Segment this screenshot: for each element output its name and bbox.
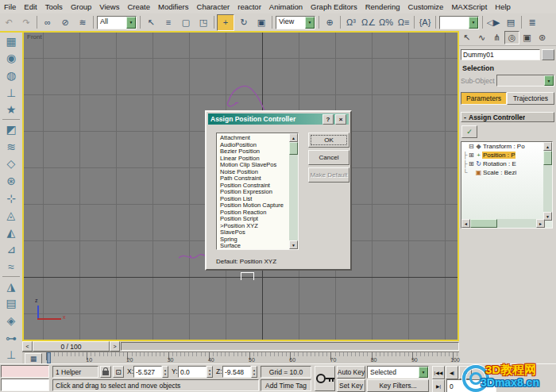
controller-tree-row[interactable]: └▣Scale : Bezi [461, 168, 552, 177]
scroll-down-icon[interactable]: ▼ [289, 240, 298, 249]
maxscript-mini-listener-macro[interactable] [1, 365, 49, 378]
scroll-left-icon[interactable]: ◄ [461, 219, 470, 228]
chevron-down-icon[interactable]: ▼ [126, 17, 136, 29]
menu-item-animation[interactable]: Animation [265, 2, 307, 11]
menu-item-views[interactable]: Views [95, 2, 123, 11]
auto-key-button[interactable]: Auto Key [337, 366, 365, 379]
use-pivot-point-center-button[interactable]: ⊕ [322, 15, 338, 30]
selection-filter-dropdown[interactable]: All▼ [97, 16, 137, 29]
chevron-down-icon[interactable]: ▼ [305, 17, 315, 29]
menu-item-customize[interactable]: Customize [404, 2, 448, 11]
help-icon[interactable]: ? [322, 114, 334, 125]
add-time-tag[interactable]: Add Time Tag [261, 379, 311, 391]
menu-item-create[interactable]: Create [123, 2, 154, 11]
open-mini-curve-editor-button[interactable]: ▦ [25, 353, 42, 364]
select-and-scale-button[interactable]: ▣ [253, 15, 269, 30]
tree-vertical-scrollbar[interactable]: ▲ ▼ [543, 142, 552, 221]
controller-list-item[interactable]: TCB Position [217, 250, 298, 251]
menu-item-tools[interactable]: Tools [41, 2, 67, 11]
maxscript-mini-listener[interactable] [1, 379, 49, 391]
menu-item-graph-editors[interactable]: Graph Editors [307, 2, 361, 11]
tab-hierarchy[interactable]: ⋔ [489, 31, 504, 44]
left-toolbar-icon[interactable]: ⊥ [2, 84, 21, 102]
align-button[interactable]: ▤ [503, 15, 519, 30]
left-toolbar-icon[interactable]: ⊶ [2, 329, 21, 347]
key-selection-dropdown[interactable]: Selected ▼ [367, 366, 429, 379]
menu-item-group[interactable]: Group [67, 2, 95, 11]
select-and-link-button[interactable]: ∞ [40, 15, 56, 30]
select-object-button[interactable]: ↖ [143, 15, 159, 30]
scroll-up-icon[interactable]: ▲ [543, 142, 552, 151]
y-coordinate-field[interactable]: 0.0 [178, 366, 207, 378]
menu-item-maxscript[interactable]: MAXScript [447, 2, 491, 11]
tab-motion[interactable]: ◎ [504, 31, 519, 44]
bind-to-space-warp-button[interactable]: ≋ [75, 15, 91, 30]
select-and-move-button[interactable]: + [217, 14, 234, 31]
scroll-up-icon[interactable]: ▲ [289, 133, 298, 142]
left-toolbar-icon[interactable]: ◩ [2, 121, 21, 138]
y-spinner[interactable]: ▲▼ [207, 366, 213, 378]
set-key-button[interactable]: Set Key [337, 379, 365, 392]
tab-display[interactable]: ▣ [519, 31, 535, 44]
scrollbar-thumb[interactable] [470, 219, 497, 228]
time-slider-handle[interactable]: 0 / 100 [33, 341, 110, 352]
controller-list[interactable]: AttachmentAudioPositionBezier PositionLi… [216, 133, 299, 250]
layer-manager-button[interactable]: ≣ [524, 15, 540, 30]
left-toolbar-icon[interactable]: ⊥ [2, 346, 21, 363]
previous-frame-icon[interactable]: ◀| [446, 366, 458, 379]
redo-button[interactable]: ↷ [18, 15, 34, 30]
snap-toggle-button[interactable]: Ω³ [343, 15, 359, 30]
tab-utilities[interactable]: ⊛ [535, 31, 550, 44]
spinner-down-icon[interactable]: ▼ [253, 372, 256, 376]
dummy-object[interactable] [241, 272, 254, 280]
angle-snap-toggle-button[interactable]: Ω∠ [361, 15, 376, 30]
dialog-title-bar[interactable]: Assign Position Controller ? × [208, 113, 349, 125]
controller-tree[interactable]: ⊟◆Transform : Po├⊞+Position : P├⊞↻Rotati… [461, 141, 553, 229]
left-toolbar-icon[interactable]: ≋ [2, 138, 21, 156]
x-coordinate-field[interactable]: -5.527 [133, 366, 162, 378]
spinner-down-icon[interactable]: ▼ [208, 372, 211, 376]
menu-item-reactor[interactable]: reactor [234, 2, 265, 11]
left-toolbar-icon[interactable]: ▦ [2, 33, 21, 50]
left-toolbar-icon[interactable]: ⊛ [2, 172, 21, 190]
spinner-snap-toggle-button[interactable]: Ω≡ [396, 15, 411, 30]
selection-lock-button[interactable] [100, 366, 111, 378]
viewport-label[interactable]: Front [27, 33, 42, 40]
reference-coordinate-system-dropdown[interactable]: View▼ [276, 16, 315, 29]
current-frame-marker[interactable] [47, 352, 51, 363]
tab-modify[interactable]: ∿ [474, 31, 489, 44]
menu-item-edit[interactable]: Edit [20, 2, 41, 11]
z-coordinate-field[interactable]: -9.548 [222, 366, 251, 378]
left-toolbar-icon[interactable]: ◭ [2, 224, 21, 241]
assign-controller-button[interactable]: ✓ [461, 125, 477, 138]
undo-button[interactable]: ↶ [1, 15, 17, 30]
track-bar-ruler[interactable]: 0102030405060708090100 [46, 352, 458, 363]
left-toolbar-icon[interactable]: ⊹ [2, 190, 21, 207]
percent-snap-toggle-button[interactable]: Ω% [378, 15, 394, 30]
select-by-name-button[interactable]: ≡ [160, 15, 176, 30]
time-slider-prev-icon[interactable]: < [22, 341, 33, 352]
time-slider-groove[interactable] [121, 342, 459, 351]
controller-tree-row[interactable]: ├⊞↻Rotation : E [461, 159, 552, 168]
set-keys-button[interactable] [315, 366, 335, 391]
parameters-button[interactable]: Parameters [461, 92, 507, 105]
scrollbar-thumb[interactable] [289, 142, 298, 155]
cancel-button[interactable]: Cancel [308, 150, 349, 165]
controller-tree-row[interactable]: ├⊞+Position : P [461, 151, 552, 159]
chevron-down-icon[interactable]: ▼ [469, 17, 478, 29]
left-toolbar-icon[interactable]: ◍ [2, 67, 21, 84]
spinner-down-icon[interactable]: ▼ [164, 372, 167, 376]
menu-item-help[interactable]: Help [491, 2, 515, 11]
named-selection-dropdown[interactable]: ▼ [439, 16, 479, 29]
assign-controller-rollout[interactable]: - Assign Controller [461, 112, 554, 122]
chevron-down-icon[interactable]: ▼ [419, 367, 428, 378]
chevron-down-icon[interactable]: ▼ [544, 75, 554, 86]
z-spinner[interactable]: ▲▼ [251, 366, 257, 378]
left-toolbar-icon[interactable]: ★ [2, 102, 21, 119]
menu-item-rendering[interactable]: Rendering [361, 2, 404, 11]
x-spinner[interactable]: ▲▼ [162, 366, 168, 378]
close-icon[interactable]: × [335, 114, 346, 125]
go-to-end-icon[interactable]: ▶| [432, 379, 445, 392]
scroll-right-icon[interactable]: ► [536, 219, 545, 228]
go-to-start-icon[interactable]: |◀◀ [432, 366, 445, 379]
